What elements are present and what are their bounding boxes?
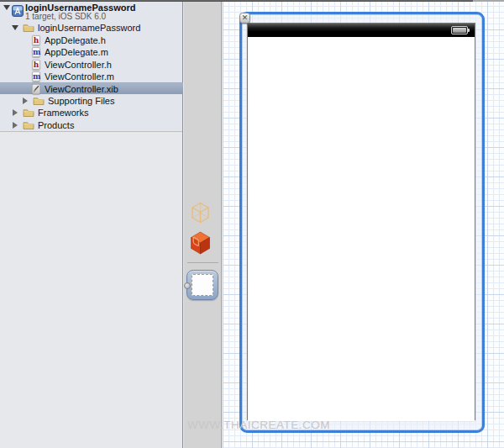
nav-row-label: Supporting Files [48, 96, 115, 106]
nav-row-viewcontroller-xib-selected[interactable]: ViewController.xib [0, 82, 183, 94]
project-subtitle: 1 target, iOS SDK 6.0 [25, 12, 106, 21]
window-top-edge [0, 0, 473, 2]
nav-row-label: loginUsernamePassword [38, 23, 140, 33]
folder-icon [33, 96, 45, 108]
window-top-edge-right [473, 0, 504, 2]
navigator-empty-area [0, 131, 182, 448]
nav-row-label: Products [38, 120, 74, 130]
view-object-icon[interactable] [186, 270, 218, 300]
nav-row-viewcontroller-m[interactable]: m ViewController.m [0, 71, 183, 82]
nav-row-label: AppDelegate.m [45, 47, 108, 57]
nav-row-label: ViewController.h [45, 60, 112, 70]
header-file-icon: h [32, 60, 40, 70]
first-responder-cube-icon[interactable] [190, 231, 211, 258]
implementation-file-icon: m [32, 71, 40, 82]
view-content-area[interactable] [248, 37, 475, 421]
view-selection-frame[interactable] [239, 12, 485, 433]
project-row[interactable]: loginUsernamePassword 1 target, iOS SDK … [0, 2, 183, 21]
nav-row-label: AppDelegate.h [45, 35, 106, 45]
disclosure-triangle-icon[interactable] [12, 25, 18, 30]
ib-canvas: ✕ [223, 0, 504, 448]
nav-row-label: Frameworks [38, 108, 89, 118]
nav-row-products[interactable]: Products [0, 119, 183, 131]
disclosure-triangle-icon[interactable] [3, 5, 10, 10]
simulated-status-bar [248, 24, 475, 37]
project-navigator: loginUsernamePassword 1 target, iOS SDK … [0, 0, 183, 448]
header-file-icon: h [32, 35, 40, 45]
disclosure-triangle-icon[interactable] [13, 109, 18, 116]
folder-icon [23, 23, 34, 34]
nav-row-frameworks[interactable]: Frameworks [0, 107, 183, 119]
view-object-thumbnail [192, 274, 213, 296]
xib-file-icon [32, 84, 40, 94]
ib-dock-strip [184, 0, 222, 448]
nav-row-group-loginusernamepassword[interactable]: loginUsernamePassword [0, 22, 183, 34]
nav-row-label: ViewController.xib [45, 84, 118, 94]
folder-icon [23, 108, 34, 119]
nav-row-viewcontroller-h[interactable]: h ViewController.h [0, 59, 183, 71]
nav-row-appdelegate-m[interactable]: m AppDelegate.m [0, 46, 183, 58]
battery-icon [451, 26, 468, 34]
implementation-file-icon: m [32, 47, 40, 57]
folder-icon [23, 120, 34, 132]
nav-row-label: ViewController.m [45, 71, 114, 82]
files-owner-cube-icon[interactable] [191, 202, 210, 227]
ios-view-window[interactable] [247, 23, 475, 420]
watermark-text: WWW.THAICREATE.COM [187, 419, 330, 431]
dock-divider [187, 262, 218, 263]
view-object-knob [184, 282, 191, 289]
disclosure-triangle-icon[interactable] [13, 122, 18, 129]
xcode-project-icon [12, 5, 24, 20]
close-view-button[interactable]: ✕ [239, 13, 250, 24]
nav-row-supporting-files[interactable]: Supporting Files [0, 95, 183, 107]
disclosure-triangle-icon[interactable] [23, 98, 28, 104]
nav-row-appdelegate-h[interactable]: h AppDelegate.h [0, 34, 183, 46]
